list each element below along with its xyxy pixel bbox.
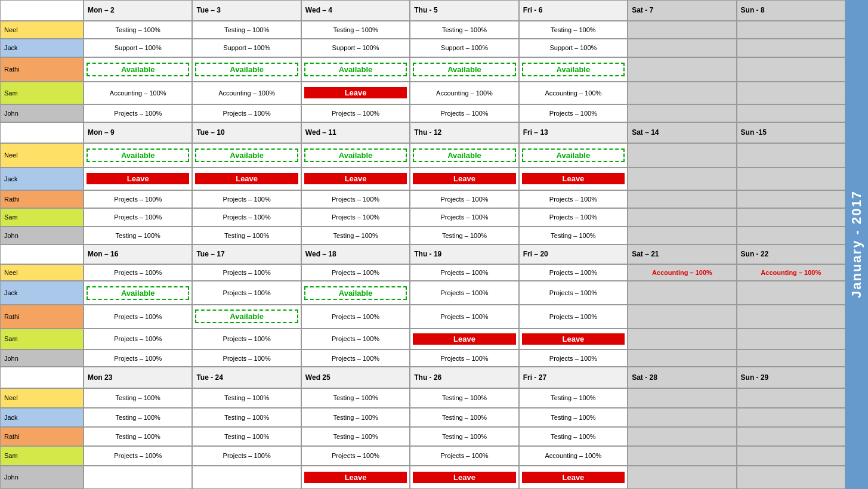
cell-w3-r1-c5 [628, 281, 736, 305]
cell-w4-r0-c4: Testing – 100% [519, 388, 628, 407]
cell-w2-r1-c0: Leave [84, 168, 192, 190]
cell-w2-r4-c3: Testing – 100% [410, 227, 518, 245]
cell-w4-r0-c0: Testing – 100% [84, 388, 192, 407]
name-cell-rathi: Rathi [0, 305, 84, 329]
cell-w4-r4-c4: Leave [519, 466, 628, 489]
cell-w2-r3-c1: Projects – 100% [192, 208, 301, 227]
cell-w4-r2-c2: Testing – 100% [301, 427, 410, 446]
day-header-6: Sat - 28 [628, 367, 736, 388]
cell-w2-r1-c1: Leave [192, 168, 301, 190]
cell-w1-r2-c3: Available [410, 57, 518, 82]
cell-w1-r2-c4: Available [519, 57, 628, 82]
day-header-3: Wed – 18 [301, 244, 410, 264]
cell-w3-r0-c1: Projects – 100% [192, 264, 301, 281]
cell-w1-r1-c0: Support – 100% [84, 39, 192, 57]
day-header-1: Mon – 16 [84, 244, 192, 264]
cell-w3-r4-c6 [737, 349, 845, 367]
day-header-3: Wed – 4 [301, 0, 410, 21]
cell-w3-r3-c4: Leave [519, 329, 628, 350]
cell-w4-r0-c2: Testing – 100% [301, 388, 410, 407]
cell-w2-r0-c6 [737, 143, 845, 168]
name-cell-neel: Neel [0, 264, 84, 281]
cell-w3-r3-c0: Projects – 100% [84, 329, 192, 350]
cell-w2-r4-c1: Testing – 100% [192, 227, 301, 245]
cell-w4-r4-c1 [192, 466, 301, 489]
cell-w4-r4-c2: Leave [301, 466, 410, 489]
cell-w4-r0-c6 [737, 388, 845, 407]
cell-w4-r0-c1: Testing – 100% [192, 388, 301, 407]
cell-w3-r0-c0: Projects – 100% [84, 264, 192, 281]
cell-w4-r1-c5 [628, 408, 736, 427]
cell-w3-r0-c4: Projects – 100% [519, 264, 628, 281]
cell-w2-r2-c0: Projects – 100% [84, 190, 192, 209]
cell-w2-r0-c5 [628, 143, 736, 168]
name-cell-sam: Sam [0, 329, 84, 350]
day-header-7: Sun -15 [737, 122, 845, 143]
cell-w1-r4-c6 [737, 104, 845, 123]
cell-w4-r4-c5 [628, 466, 736, 489]
day-header-5: Fri – 13 [519, 122, 628, 143]
cell-w2-r3-c3: Projects – 100% [410, 208, 518, 227]
name-cell-neel: Neel [0, 388, 84, 407]
day-header-2: Tue - 24 [192, 367, 301, 388]
cell-w3-r4-c0: Projects – 100% [84, 349, 192, 367]
cell-w1-r2-c5 [628, 57, 736, 82]
cell-w3-r3-c6 [737, 329, 845, 350]
cell-w2-r4-c5 [628, 227, 736, 245]
cell-w2-r4-c4: Testing – 100% [519, 227, 628, 245]
cell-w1-r2-c2: Available [301, 57, 410, 82]
cell-w1-r4-c3: Projects – 100% [410, 104, 518, 123]
cell-w3-r1-c3: Projects – 100% [410, 281, 518, 305]
cell-w2-r4-c0: Testing – 100% [84, 227, 192, 245]
cell-w3-r3-c5 [628, 329, 736, 350]
day-header-1: Mon – 9 [84, 122, 192, 143]
cell-w4-r1-c1: Testing – 100% [192, 408, 301, 427]
cell-w3-r1-c2: Available [301, 281, 410, 305]
name-cell-rathi: Rathi [0, 427, 84, 446]
day-header-4: Thu - 26 [410, 367, 518, 388]
cell-w2-r1-c3: Leave [410, 168, 518, 190]
cell-w4-r2-c4: Testing – 100% [519, 427, 628, 446]
corner-cell [0, 0, 84, 21]
corner-cell [0, 367, 84, 388]
cell-w1-r4-c2: Projects – 100% [301, 104, 410, 123]
name-cell-neel: Neel [0, 143, 84, 168]
calendar-container: Mon – 2Tue – 3Wed – 4Thu - 5Fri - 6Sat -… [0, 0, 868, 489]
week-2: Mon – 9Tue – 10Wed – 11Thu - 12Fri – 13S… [0, 122, 845, 244]
cell-w4-r1-c3: Testing – 100% [410, 408, 518, 427]
cell-w2-r0-c4: Available [519, 143, 628, 168]
day-header-5: Fri - 6 [519, 0, 628, 21]
cell-w3-r4-c1: Projects – 100% [192, 349, 301, 367]
cell-w1-r0-c6 [737, 21, 845, 39]
cell-w2-r2-c6 [737, 190, 845, 209]
cell-w3-r0-c3: Projects – 100% [410, 264, 518, 281]
cell-w1-r0-c5 [628, 21, 736, 39]
day-header-5: Fri – 20 [519, 244, 628, 264]
cell-w4-r2-c3: Testing – 100% [410, 427, 518, 446]
month-label: January - 2017 [845, 0, 868, 489]
cell-w3-r0-c5: Accounting – 100% [628, 264, 736, 281]
cell-w3-r2-c3: Projects – 100% [410, 305, 518, 329]
cell-w3-r4-c5 [628, 349, 736, 367]
cell-w4-r4-c6 [737, 466, 845, 489]
cell-w4-r2-c0: Testing – 100% [84, 427, 192, 446]
cell-w4-r2-c5 [628, 427, 736, 446]
cell-w1-r3-c0: Accounting – 100% [84, 82, 192, 104]
cell-w2-r3-c0: Projects – 100% [84, 208, 192, 227]
day-header-6: Sat – 14 [628, 122, 736, 143]
name-cell-jack: Jack [0, 281, 84, 305]
cell-w3-r2-c4: Projects – 100% [519, 305, 628, 329]
cell-w3-r0-c6: Accounting – 100% [737, 264, 845, 281]
cell-w4-r2-c1: Testing – 100% [192, 427, 301, 446]
cell-w1-r1-c4: Support – 100% [519, 39, 628, 57]
cell-w1-r3-c4: Accounting – 100% [519, 82, 628, 104]
cell-w4-r3-c4: Accounting – 100% [519, 446, 628, 465]
week-1: Mon – 2Tue – 3Wed – 4Thu - 5Fri - 6Sat -… [0, 0, 845, 122]
cell-w2-r0-c3: Available [410, 143, 518, 168]
name-cell-jack: Jack [0, 168, 84, 190]
name-cell-neel: Neel [0, 21, 84, 39]
cell-w4-r3-c3: Projects – 100% [410, 446, 518, 465]
name-cell-rathi: Rathi [0, 190, 84, 209]
cell-w4-r3-c0: Projects – 100% [84, 446, 192, 465]
cell-w2-r3-c6 [737, 208, 845, 227]
